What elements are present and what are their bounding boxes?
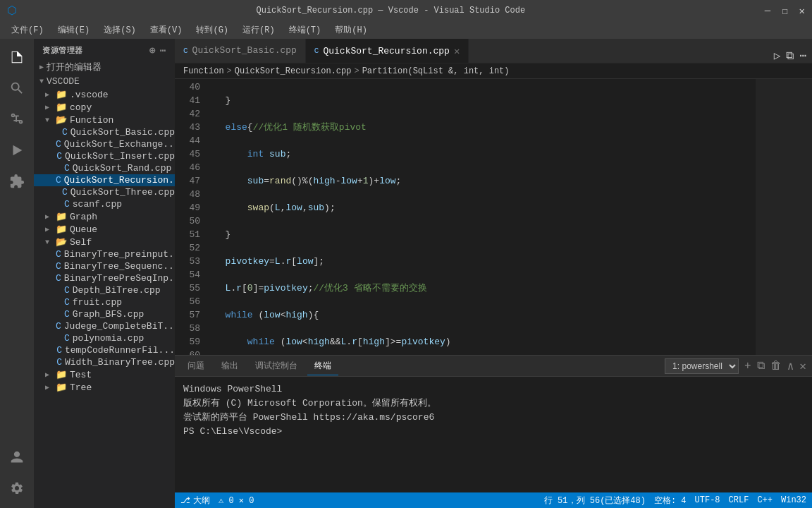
terminal-select[interactable]: 1: powershell [665,358,739,374]
cpp-file-icon: C [64,199,70,210]
tab-close-button[interactable]: ✕ [454,45,460,57]
item-label: Width_BinaryTree.cpp [65,357,175,368]
editor-content[interactable]: 4041424344 4546474849 5051525354 5556575… [175,79,812,355]
status-position[interactable]: 行 51，列 56(已选择48) [544,495,646,507]
menubar-item[interactable]: 文件(F) [6,23,49,37]
panel-tab-problems[interactable]: 问题 [180,357,211,375]
new-file-icon[interactable]: ⊕ [149,44,156,56]
sidebar-item-graph[interactable]: ▶ 📁 Graph [34,210,175,223]
code-line-42: int sub; [214,147,756,161]
sidebar-item-tree[interactable]: ▶ 📁 Tree [34,381,175,394]
breadcrumb-function[interactable]: Function [183,66,224,76]
sidebar-item-quicksort-three[interactable]: C QuickSort_Three.cpp [34,186,175,198]
status-spaces[interactable]: 空格: 4 [654,495,687,507]
settings-icon[interactable] [3,474,31,502]
add-terminal-icon[interactable]: + [744,360,751,373]
sidebar-item-quicksort-exchange[interactable]: C QuickSort_Exchange... [34,138,175,150]
panel-tabs: 问题 输出 调试控制台 终端 1: powershell + ⧉ 🗑 ∧ ✕ [175,356,812,377]
status-platform[interactable]: Win32 [781,495,806,505]
extensions-icon[interactable] [3,167,31,195]
sidebar-item-binarytree-seq[interactable]: C BinaryTree_Sequenc... [34,260,175,272]
explorer-icon[interactable] [3,43,31,71]
sidebar-item-quicksort-insert[interactable]: C QuickSort_Insert.cpp [34,150,175,162]
panel-tab-output[interactable]: 输出 [214,357,245,375]
status-branch-label: 大纲 [193,495,210,507]
sidebar-item-binarytree-preseq[interactable]: C BinaryTreePreSeqInp... [34,272,175,284]
menubar-item[interactable]: 终端(T) [283,23,327,37]
item-label: copy [70,102,92,113]
sidebar-item-copy[interactable]: ▶ 📁 copy [34,101,175,114]
sidebar-item-fruit[interactable]: C fruit.cpp [34,296,175,308]
code-lines: } else{//优化1 随机数获取pivot int sub; sub=ran… [209,79,756,355]
panel-tab-debug[interactable]: 调试控制台 [248,357,304,375]
line-numbers: 4041424344 4546474849 5051525354 5556575… [175,79,209,355]
account-icon[interactable] [3,443,31,471]
status-encoding[interactable]: UTF-8 [695,495,720,505]
trash-terminal-icon[interactable]: 🗑 [770,359,782,373]
item-label: Depth_BiTree.cpp [73,285,161,296]
sidebar-item-polynomia[interactable]: C polynomia.cpp [34,332,175,344]
item-label: fruit.cpp [73,297,122,308]
sidebar-item-quicksort-recursion[interactable]: C QuickSort_Recursion... [34,174,175,186]
more-options-icon[interactable]: ⋯ [160,44,166,56]
status-errors[interactable]: ⚠ 0 ✕ 0 [219,495,254,506]
sidebar-item-graph-bfs[interactable]: C Graph_BFS.cpp [34,308,175,320]
run-debug-icon[interactable] [3,136,31,164]
terminal-content[interactable]: Windows PowerShell 版权所有 (C) Microsoft Co… [175,377,812,492]
item-label: Graph [70,212,97,222]
open-editors-arrow: ▶ [39,63,44,71]
panel-tab-terminal[interactable]: 终端 [307,357,338,375]
close-button[interactable]: ✕ [799,5,805,17]
run-icon[interactable]: ▷ [774,49,781,63]
sidebar-item-queue[interactable]: ▶ 📁 Queue [34,223,175,236]
sidebar-item-function[interactable]: ▼ 📂 Function [34,114,175,126]
terminal-select-wrapper: 1: powershell [662,358,739,374]
source-control-icon[interactable] [3,105,31,133]
split-editor-icon[interactable]: ⧉ [786,49,794,63]
sidebar-item-judege[interactable]: C Judege_CompleteBiT... [34,320,175,332]
maximize-button[interactable]: ☐ [782,5,787,17]
sidebar-item-depth-bitree[interactable]: C Depth_BiTree.cpp [34,284,175,296]
sidebar-item-quicksort-rand[interactable]: C QuickSort_Rand.cpp [34,162,175,174]
status-eol[interactable]: CRLF [729,495,749,505]
sidebar-item-scanf[interactable]: C scanf.cpp [34,198,175,210]
folder-icon: 📁 [56,382,67,393]
open-editors-section[interactable]: ▶ 打开的编辑器 [34,59,175,75]
sidebar-item-width-binarytree[interactable]: C Width_BinaryTree.cpp [34,356,175,368]
split-terminal-icon[interactable]: ⧉ [757,359,765,373]
menubar-item[interactable]: 编辑(E) [52,23,96,37]
menubar-item[interactable]: 帮助(H) [329,23,373,37]
vscode-section[interactable]: ▼ VSCODE [34,75,175,88]
sidebar-item-tempcode[interactable]: C tempCodeRunnerFil... [34,344,175,356]
menubar-item[interactable]: 转到(G) [190,23,234,37]
sidebar-item-quicksort-basic[interactable]: C QuickSort_Basic.cpp [34,126,175,138]
menubar-item[interactable]: 选择(S) [98,23,142,37]
breadcrumb-sep1: > [227,66,232,76]
menubar-item[interactable]: 运行(R) [237,23,281,37]
minimize-button[interactable]: — [765,5,770,16]
breadcrumb-function-sig[interactable]: Partition(SqList &, int, int) [362,66,510,76]
tab-quicksort-recursion[interactable]: C QuickSort_Recursion.cpp ✕ [306,39,469,63]
cpp-file-icon: C [56,273,61,284]
search-icon[interactable] [3,74,31,102]
tab-quicksort-basic[interactable]: C QuickSort_Basic.cpp [175,39,306,63]
terminal-line-2: 版权所有 (C) Microsoft Corporation。保留所有权利。 [183,397,804,411]
cpp-file-icon: C [56,151,62,162]
sidebar-item-binarytree-pre[interactable]: C BinaryTree_preinput... [34,248,175,260]
vscode-arrow: ▼ [39,78,44,85]
panel-collapse-icon[interactable]: ∧ [787,359,794,373]
panel-close-icon[interactable]: ✕ [799,359,806,373]
cpp-file-icon: C [56,249,61,260]
status-branch[interactable]: ⎇ 大纲 [180,495,210,507]
tab-label: QuickSort_Basic.cpp [192,45,297,56]
sidebar-item-test[interactable]: ▶ 📁 Test [34,368,175,381]
titlebar-left: ⬡ [7,4,17,18]
more-actions-icon[interactable]: ⋯ [799,49,806,63]
sidebar-item-vscode[interactable]: ▶ 📁 .vscode [34,88,175,101]
breadcrumb-filename[interactable]: QuickSort_Recursion.cpp [235,66,352,76]
status-language[interactable]: C++ [757,495,773,505]
cpp-file-icon: C [56,261,61,272]
menubar-item[interactable]: 查看(V) [144,23,188,37]
code-line-43: sub=rand()%(high-low+1)+low; [214,174,756,188]
sidebar-item-self[interactable]: ▼ 📂 Self [34,236,175,248]
